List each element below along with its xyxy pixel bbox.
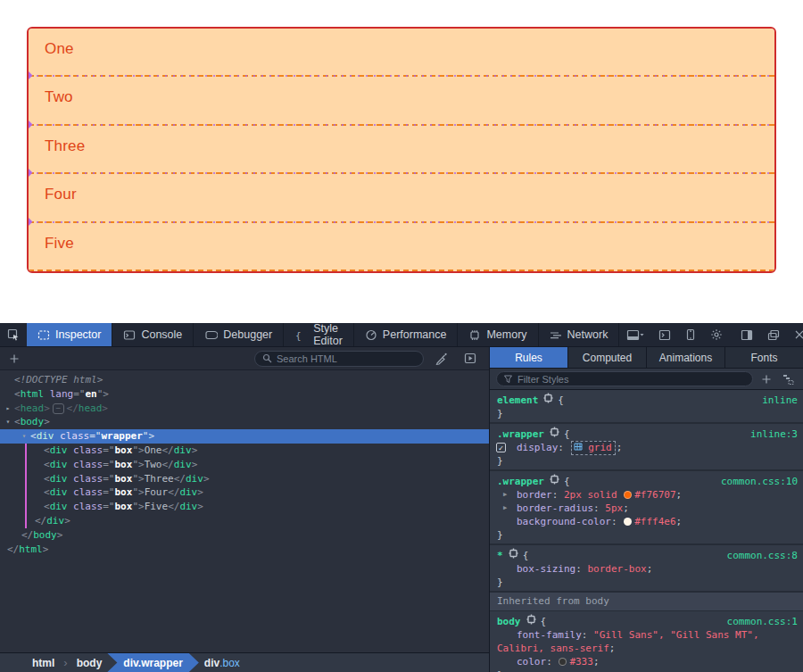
selector-target-icon[interactable] bbox=[508, 548, 519, 559]
expand-shorthand-icon[interactable]: ▶ bbox=[503, 488, 507, 502]
sidebar-tabs: RulesComputedAnimationsFonts bbox=[490, 347, 803, 369]
css-declaration[interactable]: box-sizing: border-box; bbox=[490, 562, 803, 576]
search-placeholder: Search HTML bbox=[277, 353, 337, 364]
markup-tree-row[interactable]: </body> bbox=[0, 528, 489, 543]
tab-style-editor[interactable]: { }Style Editor bbox=[284, 323, 354, 346]
filter-funnel-icon bbox=[503, 374, 513, 384]
selector-target-icon[interactable] bbox=[549, 427, 560, 437]
tab-label: Style Editor bbox=[313, 322, 343, 347]
devtools-toolbar: InspectorConsoleDebugger{ }Style EditorP… bbox=[0, 323, 803, 347]
css-declaration[interactable]: background-color: #fff4e6; bbox=[490, 515, 803, 528]
search-icon bbox=[262, 353, 272, 363]
collapse-twisty-icon[interactable]: ▾ bbox=[4, 415, 12, 429]
expand-shorthand-icon[interactable]: ▶ bbox=[503, 502, 507, 515]
add-rule-button[interactable] bbox=[761, 374, 772, 385]
rule-selector[interactable]: .wrapper bbox=[497, 475, 544, 488]
split-console-icon[interactable] bbox=[619, 323, 651, 346]
breadcrumb-item-body[interactable]: body bbox=[68, 653, 112, 672]
debugger-icon bbox=[204, 329, 218, 341]
sidebar-tab-animations[interactable]: Animations bbox=[647, 347, 725, 368]
dock-side-icon[interactable] bbox=[733, 323, 760, 346]
markup-tree-row[interactable]: <html lang="en"> bbox=[0, 387, 489, 402]
inspector-markup-panel: Search HTML <!DOCTYPE html><html lang="e… bbox=[0, 347, 489, 672]
markup-tree-row[interactable]: </div> bbox=[0, 514, 489, 528]
tab-inspector[interactable]: Inspector bbox=[27, 323, 112, 346]
filter-styles-input[interactable]: Filter Styles bbox=[496, 371, 753, 386]
rule-source-link[interactable]: common.css:1 bbox=[727, 615, 798, 628]
sidebar-tab-fonts[interactable]: Fonts bbox=[725, 347, 803, 368]
sidebar-tab-computed[interactable]: Computed bbox=[568, 347, 647, 368]
search-html-input[interactable]: Search HTML bbox=[254, 351, 424, 367]
tab-memory[interactable]: Memory bbox=[458, 323, 538, 346]
filter-placeholder: Filter Styles bbox=[517, 374, 568, 385]
separate-window-icon[interactable] bbox=[760, 323, 787, 346]
css-rule: element{inline} bbox=[490, 390, 803, 424]
markup-tree-row[interactable]: ▾<div class="wrapper"> bbox=[0, 429, 489, 444]
css-rule: body{common.css:1font-family: "Gill Sans… bbox=[490, 611, 803, 672]
markup-tree-row[interactable]: ▸<head>–</head> bbox=[0, 402, 489, 416]
performance-icon bbox=[365, 329, 377, 341]
paint-flash-icon[interactable] bbox=[459, 353, 482, 364]
devtools-main: Search HTML <!DOCTYPE html><html lang="e… bbox=[0, 347, 803, 672]
color-swatch[interactable] bbox=[559, 658, 567, 666]
markup-tree-row[interactable]: <div class="box">One</div> bbox=[0, 444, 489, 458]
breadcrumb-item-div.wrapper[interactable]: div.wrapper bbox=[107, 653, 198, 672]
markup-tree-row[interactable]: ▾<body> bbox=[0, 415, 489, 429]
grid-mini-icon[interactable] bbox=[574, 443, 583, 451]
css-declaration[interactable]: ✓display: grid; bbox=[490, 441, 803, 454]
markup-tree-row[interactable]: <div class="box">Four</div> bbox=[0, 485, 489, 500]
responsive-mode-icon[interactable] bbox=[678, 323, 703, 346]
grid-box-five: Five bbox=[29, 223, 774, 271]
breadcrumb-item-div.box[interactable]: div.box bbox=[195, 653, 249, 672]
tab-console[interactable]: Console bbox=[112, 323, 194, 346]
pseudo-class-panel-icon[interactable] bbox=[780, 373, 797, 386]
add-node-button[interactable] bbox=[7, 353, 21, 364]
grid-wrapper: OneTwoThreeFourFive bbox=[27, 27, 776, 273]
markup-tree-row[interactable]: <!DOCTYPE html> bbox=[0, 373, 489, 387]
markup-tree-row[interactable]: <div class="box">Two</div> bbox=[0, 458, 489, 472]
rule-selector[interactable]: element bbox=[497, 394, 538, 407]
color-swatch[interactable] bbox=[624, 518, 632, 526]
inspector-icon bbox=[37, 329, 50, 341]
rule-selector[interactable]: .wrapper bbox=[497, 427, 544, 441]
tab-network[interactable]: Network bbox=[539, 323, 620, 346]
css-declaration[interactable]: color: #333; bbox=[490, 655, 803, 668]
svg-text:{ }: { } bbox=[295, 329, 308, 341]
css-declaration[interactable]: ▶border-radius: 5px; bbox=[490, 502, 803, 515]
grid-box-three: Three bbox=[29, 126, 774, 174]
console-pane-icon[interactable] bbox=[651, 323, 678, 346]
collapsed-content-icon[interactable]: – bbox=[53, 403, 64, 414]
selector-target-icon[interactable] bbox=[549, 474, 560, 485]
selector-target-icon[interactable] bbox=[526, 614, 537, 625]
network-icon bbox=[550, 329, 562, 341]
markup-tree-row[interactable]: </html> bbox=[0, 543, 489, 557]
css-rule: .wrapper{common.css:10▶border: 2px solid… bbox=[490, 471, 803, 545]
rule-source-link[interactable]: common.css:8 bbox=[727, 549, 798, 562]
color-swatch[interactable] bbox=[624, 491, 632, 499]
markup-toolbar: Search HTML bbox=[0, 347, 489, 370]
collapse-twisty-icon[interactable]: ▾ bbox=[20, 429, 29, 444]
console-icon bbox=[123, 329, 136, 341]
rule-source-link[interactable]: common.css:10 bbox=[721, 475, 798, 488]
eyedropper-icon[interactable] bbox=[431, 353, 451, 365]
rule-source-link[interactable]: inline:3 bbox=[750, 427, 798, 441]
tab-label: Network bbox=[567, 328, 608, 341]
pick-element-icon[interactable] bbox=[0, 323, 27, 346]
tab-label: Performance bbox=[383, 328, 447, 341]
css-declaration[interactable]: font-family: "Gill Sans", "Gill Sans MT"… bbox=[490, 628, 803, 655]
tab-performance[interactable]: Performance bbox=[354, 323, 459, 346]
rule-selector[interactable]: * bbox=[497, 549, 503, 562]
rule-source-link[interactable]: inline bbox=[762, 394, 798, 407]
selector-target-icon[interactable] bbox=[542, 393, 554, 403]
css-rule: .wrapper{inline:3✓display: grid;} bbox=[490, 424, 803, 471]
css-declaration[interactable]: ▶border: 2px solid #f76707; bbox=[490, 488, 803, 502]
breadcrumb-item-html[interactable]: html bbox=[23, 653, 63, 672]
markup-tree-row[interactable]: <div class="box">Five</div> bbox=[0, 500, 489, 514]
markup-tree-row[interactable]: <div class="box">Three</div> bbox=[0, 472, 489, 486]
close-icon[interactable] bbox=[787, 323, 803, 346]
tab-debugger[interactable]: Debugger bbox=[194, 323, 284, 346]
settings-gear-icon[interactable] bbox=[703, 323, 730, 346]
sidebar-tab-rules[interactable]: Rules bbox=[490, 347, 568, 368]
rule-selector[interactable]: body bbox=[497, 615, 521, 628]
declaration-checkbox[interactable]: ✓ bbox=[496, 443, 506, 452]
